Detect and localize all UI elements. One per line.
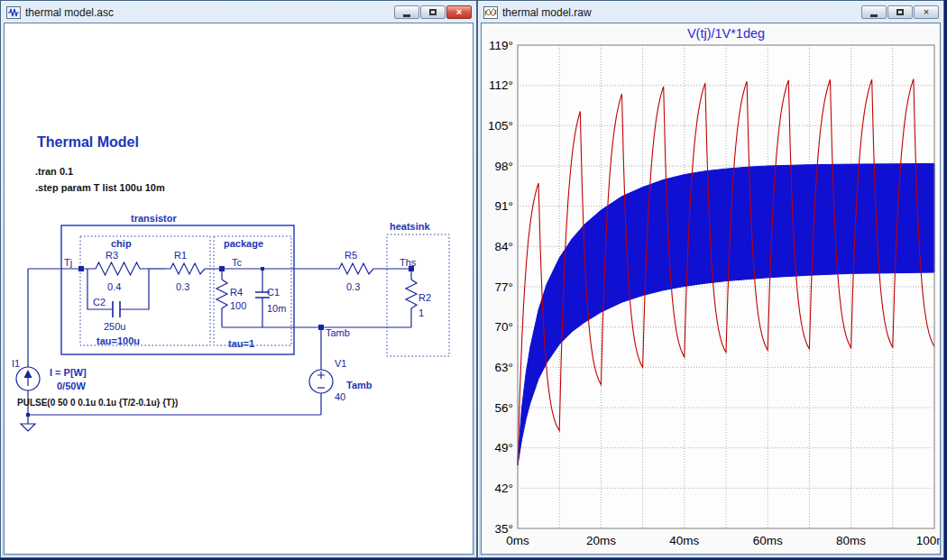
directive-step: .step param T list 100u 10m <box>35 182 165 193</box>
net-label-ths: Ths <box>400 257 417 268</box>
val-i1-pulse: PULSE(0 50 0 0.1u 0.1u {T/2-0.1u} {T}) <box>17 398 178 408</box>
val-r1: 0.3 <box>176 281 189 292</box>
window-controls: × <box>394 5 472 19</box>
window-controls: × <box>861 5 939 19</box>
x-tick-label: 80ms <box>836 534 866 547</box>
waveform-window-titlebar[interactable]: thermal model.raw × <box>478 1 943 23</box>
y-tick-label: 112° <box>489 78 513 92</box>
package-box <box>214 236 291 345</box>
x-tick-label: 100ms <box>916 534 940 547</box>
ref-r3: R3 <box>106 250 118 261</box>
val-r2: 1 <box>418 308 424 318</box>
minimize-icon <box>403 14 410 17</box>
waveform-window: thermal model.raw × V(tj)/1V*1deg119°112… <box>477 0 944 558</box>
maximize-icon <box>429 9 437 15</box>
y-tick-label: 42° <box>495 482 513 495</box>
minimize-icon <box>870 14 878 17</box>
close-icon: × <box>924 7 929 17</box>
x-tick-label: 60ms <box>753 534 783 547</box>
box-label-heatsink: heatsink <box>390 221 431 232</box>
resistor-r4 <box>216 280 227 312</box>
close-button[interactable]: × <box>446 5 472 19</box>
plot-title: V(tj)/1V*1deg <box>687 26 765 41</box>
ref-c2: C2 <box>93 297 106 308</box>
port-tamb <box>318 325 324 330</box>
y-tick-label: 56° <box>495 401 513 415</box>
ltspice-schematic-icon <box>6 5 21 20</box>
resistor-r2 <box>406 280 417 312</box>
junction <box>26 413 30 417</box>
port-tj <box>78 266 84 271</box>
ref-i1: I1 <box>12 358 20 369</box>
comment-v1-tamb: Tamb <box>346 380 372 390</box>
maximize-button[interactable] <box>420 5 446 19</box>
val-r5: 0.3 <box>346 281 360 292</box>
comment-tau-package: tau=1 <box>228 338 254 349</box>
minimize-button[interactable] <box>394 5 419 19</box>
close-button[interactable]: × <box>914 5 939 19</box>
val-v1: 40 <box>335 391 345 402</box>
schematic-window: thermal model.asc × <box>0 0 477 558</box>
ref-r5: R5 <box>345 250 357 261</box>
net-label-tamb: Tamb <box>326 327 350 338</box>
schematic-sheet: Thermal Model.tran 0.1.step param T list… <box>4 23 474 555</box>
box-label-chip: chip <box>111 238 132 249</box>
junction <box>261 267 264 271</box>
wire <box>120 269 149 309</box>
net-label-tj: Tj <box>64 257 72 268</box>
y-tick-label: 77° <box>495 280 513 294</box>
ref-r1: R1 <box>174 250 187 261</box>
y-tick-label: 84° <box>495 240 513 253</box>
waveform-pane: V(tj)/1V*1deg119°112°105°98°91°84°77°70°… <box>481 23 941 555</box>
y-tick-label: 70° <box>495 320 513 334</box>
comment-tau-chip: tau=100u <box>97 335 140 346</box>
schematic-window-title: thermal model.asc <box>25 6 114 19</box>
comment-i-eq: I = P[W] <box>50 367 87 378</box>
x-tick-label: 40ms <box>669 534 699 547</box>
ref-v1: V1 <box>335 358 346 369</box>
minimize-button[interactable] <box>861 5 887 19</box>
waveform-plot[interactable]: V(tj)/1V*1deg119°112°105°98°91°84°77°70°… <box>482 23 940 554</box>
directive-tran: .tran 0.1 <box>35 166 73 177</box>
val-c2: 250u <box>104 321 125 332</box>
y-tick-label: 91° <box>495 199 513 213</box>
y-tick-label: 98° <box>495 160 513 173</box>
y-tick-label: 63° <box>495 361 513 374</box>
x-tick-label: 0ms <box>506 534 529 547</box>
maximize-button[interactable] <box>887 5 913 19</box>
y-tick-label: 105° <box>488 119 513 133</box>
val-r3: 0.4 <box>107 281 121 292</box>
schematic-window-titlebar[interactable]: thermal model.asc × <box>1 1 476 23</box>
resistor-r3 <box>87 262 149 275</box>
box-label-transistor: transistor <box>131 213 177 224</box>
box-label-package: package <box>224 238 263 249</box>
port-tc <box>219 266 225 271</box>
ref-c1: C1 <box>267 287 280 298</box>
waveform-file-icon <box>483 5 498 20</box>
ref-r2: R2 <box>418 292 431 303</box>
ref-r4: R4 <box>230 287 243 298</box>
wire <box>380 269 411 280</box>
comment-power: 0/50W <box>57 381 86 391</box>
maximize-icon <box>896 9 904 15</box>
x-tick-label: 20ms <box>586 534 616 547</box>
resistor-r5 <box>333 263 380 274</box>
y-tick-label: 49° <box>495 441 513 454</box>
val-r4: 100 <box>230 300 246 311</box>
capacitor-c2 <box>113 301 120 317</box>
y-tick-label: 119° <box>489 39 513 52</box>
val-c1: 10m <box>267 303 286 314</box>
net-label-tc: Tc <box>232 257 243 268</box>
schematic-canvas[interactable]: Thermal Model.tran 0.1.step param T list… <box>5 23 473 554</box>
close-icon: × <box>456 7 462 17</box>
ground-symbol <box>21 424 35 431</box>
sheet-title: Thermal Model <box>37 134 139 150</box>
chip-box <box>80 236 210 345</box>
resistor-r1 <box>165 263 208 274</box>
waveform-window-title: thermal model.raw <box>502 6 592 19</box>
